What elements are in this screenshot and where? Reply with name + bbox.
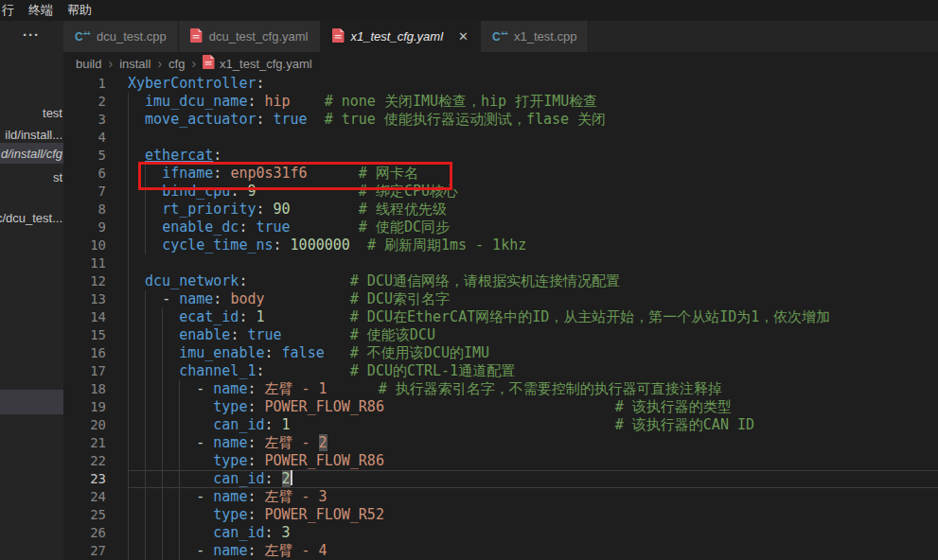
code-line-17[interactable]: 17 channel_1: # DCU的CTRL-1通道配置 bbox=[63, 362, 938, 380]
line-content[interactable] bbox=[128, 129, 938, 147]
code-line-26[interactable]: 26 can_id: 3 bbox=[63, 524, 938, 542]
tab-dcu_test.cpp[interactable]: C++dcu_test.cpp bbox=[63, 21, 179, 52]
indent-guide bbox=[128, 326, 129, 344]
code-line-27[interactable]: 27 - name: 左臂 - 4 bbox=[63, 542, 938, 560]
tab-dcu_test_cfg.yaml[interactable]: dcu_test_cfg.yaml bbox=[179, 21, 321, 52]
code-line-25[interactable]: 25 type: POWER_FLOW_R52 bbox=[63, 506, 938, 524]
more-actions-icon[interactable]: ··· bbox=[23, 26, 40, 43]
line-number: 19 bbox=[63, 398, 128, 416]
line-content[interactable]: can_id: 2 bbox=[128, 470, 938, 488]
code-line-9[interactable]: 9 enable_dc: true # 使能DC同步 bbox=[63, 219, 938, 236]
code-line-6[interactable]: 6 ifname: enp0s31f6 # 网卡名 bbox=[63, 165, 938, 183]
indent-guide bbox=[128, 290, 129, 308]
close-icon[interactable]: ✕ bbox=[458, 29, 469, 44]
code-line-13[interactable]: 13 - name: body # DCU索引名字 bbox=[63, 290, 938, 308]
line-number: 1 bbox=[63, 75, 128, 93]
code-line-4[interactable]: 4 bbox=[63, 129, 938, 147]
indent-guide bbox=[162, 542, 163, 560]
code-line-21[interactable]: 21 - name: 左臂 - 2 bbox=[63, 434, 938, 452]
breadcrumb-segment[interactable]: install bbox=[119, 57, 150, 71]
indent-guide bbox=[145, 380, 146, 398]
menu-item-3[interactable]: 帮助 bbox=[67, 2, 92, 19]
line-content[interactable]: can_id: 3 bbox=[128, 524, 938, 542]
line-content[interactable]: imu_dcu_name: hip # none 关闭IMU检查，hip 打开I… bbox=[128, 93, 938, 111]
indent-guide bbox=[145, 183, 146, 201]
line-number: 17 bbox=[63, 362, 128, 380]
line-content[interactable]: move_actuator: true # true 使能执行器运动测试，fla… bbox=[128, 111, 938, 129]
indent-guide bbox=[128, 236, 129, 254]
code-line-24[interactable]: 24 - name: 左臂 - 3 bbox=[63, 488, 938, 506]
line-number: 8 bbox=[63, 201, 128, 219]
indent-guide bbox=[145, 452, 146, 470]
indent-guide bbox=[179, 470, 180, 488]
indent-guide bbox=[179, 524, 180, 542]
code-line-15[interactable]: 15 enable: true # 使能该DCU bbox=[63, 326, 938, 344]
line-content[interactable]: type: POWER_FLOW_R86 bbox=[128, 452, 938, 470]
code-line-16[interactable]: 16 imu_enable: false # 不使用该DCU的IMU bbox=[63, 344, 938, 362]
line-content[interactable]: ecat_id: 1 # DCU在EtherCAT网络中的ID，从主站开始，第一… bbox=[128, 308, 938, 326]
line-content[interactable]: bind_cpu: 9 # 绑定CPU核心 bbox=[128, 183, 938, 201]
line-content[interactable]: - name: 左臂 - 4 bbox=[128, 542, 938, 560]
code-line-22[interactable]: 22 type: POWER_FLOW_R86 bbox=[63, 452, 938, 470]
code-editor[interactable]: 1XyberController:2 imu_dcu_name: hip # n… bbox=[63, 75, 938, 560]
sidebar-selected-row[interactable] bbox=[0, 390, 63, 414]
code-line-10[interactable]: 10 cycle_time_ns: 1000000 # 刷新周期1ms - 1k… bbox=[63, 236, 938, 254]
line-content[interactable]: cycle_time_ns: 1000000 # 刷新周期1ms - 1khz bbox=[128, 236, 938, 254]
code-line-20[interactable]: 20 can_id: 1 # 该执行器的CAN ID bbox=[63, 416, 938, 434]
line-content[interactable]: channel_1: # DCU的CTRL-1通道配置 bbox=[128, 362, 938, 380]
indent-guide bbox=[145, 219, 146, 236]
sidebar-item[interactable]: c/dcu_test... bbox=[0, 207, 63, 228]
code-line-2[interactable]: 2 imu_dcu_name: hip # none 关闭IMU检查，hip 打… bbox=[63, 93, 938, 111]
code-line-1[interactable]: 1XyberController: bbox=[63, 75, 938, 93]
sidebar-item[interactable]: test bbox=[0, 102, 63, 123]
line-content[interactable]: - name: body # DCU索引名字 bbox=[128, 290, 938, 308]
line-content[interactable]: imu_enable: false # 不使用该DCU的IMU bbox=[128, 344, 938, 362]
line-content[interactable]: type: POWER_FLOW_R52 bbox=[128, 506, 938, 524]
tab-x1_test_cfg.yaml[interactable]: x1_test_cfg.yaml✕ bbox=[321, 21, 481, 52]
line-number: 22 bbox=[63, 452, 128, 470]
breadcrumb-segment[interactable]: build bbox=[76, 57, 101, 71]
line-content[interactable]: enable: true # 使能该DCU bbox=[128, 326, 938, 344]
indent-guide bbox=[162, 452, 163, 470]
sidebar-item[interactable]: ild/install... bbox=[0, 124, 63, 145]
code-line-8[interactable]: 8 rt_priority: 90 # 线程优先级 bbox=[63, 201, 938, 219]
line-content[interactable]: type: POWER_FLOW_R86 # 该执行器的类型 bbox=[128, 398, 938, 416]
line-content[interactable]: XyberController: bbox=[128, 75, 938, 93]
code-line-7[interactable]: 7 bind_cpu: 9 # 绑定CPU核心 bbox=[63, 183, 938, 201]
indent-guide bbox=[128, 470, 129, 488]
code-line-3[interactable]: 3 move_actuator: true # true 使能执行器运动测试，f… bbox=[63, 111, 938, 129]
line-content[interactable]: can_id: 1 # 该执行器的CAN ID bbox=[128, 416, 938, 434]
code-line-14[interactable]: 14 ecat_id: 1 # DCU在EtherCAT网络中的ID，从主站开始… bbox=[63, 308, 938, 326]
code-line-18[interactable]: 18 - name: 左臂 - 1 # 执行器索引名字，不需要控制的执行器可直接… bbox=[63, 380, 938, 398]
line-content[interactable]: dcu_network: # DCU通信网络，请根据实机连接情况配置 bbox=[128, 272, 938, 290]
indent-guide bbox=[128, 254, 129, 272]
line-content[interactable]: rt_priority: 90 # 线程优先级 bbox=[128, 201, 938, 219]
line-number: 3 bbox=[63, 111, 128, 129]
menu-item-1[interactable]: 行 bbox=[2, 2, 14, 19]
line-content[interactable] bbox=[128, 254, 938, 272]
menu-item-2[interactable]: 终端 bbox=[28, 2, 53, 19]
sidebar-item-label: ild/install... bbox=[5, 128, 62, 142]
code-line-12[interactable]: 12 dcu_network: # DCU通信网络，请根据实机连接情况配置 bbox=[63, 272, 938, 290]
line-content[interactable]: ifname: enp0s31f6 # 网卡名 bbox=[128, 165, 938, 183]
sidebar-item-label: st bbox=[53, 170, 62, 184]
code-line-5[interactable]: 5 ethercat: bbox=[63, 147, 938, 165]
breadcrumb-segment[interactable]: cfg bbox=[168, 57, 185, 71]
line-content[interactable]: ethercat: bbox=[128, 147, 938, 165]
indent-guide bbox=[128, 111, 129, 129]
indent-guide bbox=[145, 201, 146, 219]
line-content[interactable]: - name: 左臂 - 2 bbox=[128, 434, 938, 452]
tab-x1_test.cpp[interactable]: C++x1_test.cpp bbox=[481, 21, 590, 52]
code-line-23[interactable]: 23 can_id: 2 bbox=[63, 470, 938, 488]
indent-guide bbox=[128, 416, 129, 434]
line-content[interactable]: - name: 左臂 - 3 bbox=[128, 488, 938, 506]
breadcrumb-file[interactable]: x1_test_cfg.yaml bbox=[203, 55, 312, 72]
indent-guide bbox=[145, 416, 146, 434]
line-number: 4 bbox=[63, 129, 128, 147]
code-line-19[interactable]: 19 type: POWER_FLOW_R86 # 该执行器的类型 bbox=[63, 398, 938, 416]
code-line-11[interactable]: 11 bbox=[63, 254, 938, 272]
line-content[interactable]: enable_dc: true # 使能DC同步 bbox=[128, 219, 938, 236]
sidebar-item[interactable]: d/install/cfg bbox=[0, 143, 63, 164]
sidebar-item[interactable]: st bbox=[0, 166, 63, 187]
line-content[interactable]: - name: 左臂 - 1 # 执行器索引名字，不需要控制的执行器可直接注释掉 bbox=[128, 380, 938, 398]
